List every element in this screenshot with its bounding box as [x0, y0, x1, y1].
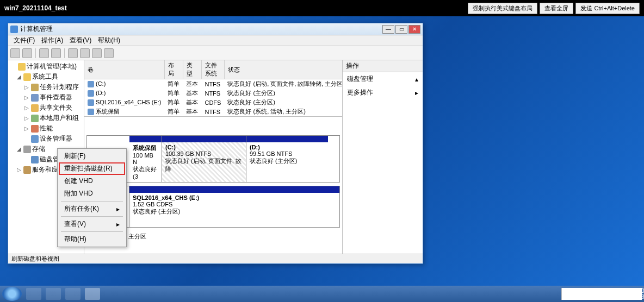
statusbar: 刷新磁盘和卷视图	[8, 254, 423, 263]
app-icon	[10, 26, 18, 33]
tb-icon[interactable]	[39, 48, 49, 58]
titlebar[interactable]: 计算机管理 — ▭ ✕	[8, 23, 423, 35]
col-fs[interactable]: 文件系统	[201, 60, 224, 79]
toolbar	[8, 46, 423, 60]
tree-system-tools[interactable]: ◢系统工具	[9, 72, 83, 82]
tb-icon[interactable]	[92, 48, 102, 58]
fwd-icon[interactable]	[22, 48, 32, 58]
remote-header: win7_20211104_test 强制执行美式键盘布局 查看全屏 发送 Ct…	[0, 0, 644, 16]
col-type[interactable]: 类型	[183, 60, 201, 79]
volume-icon	[88, 99, 94, 106]
chevron-right-icon: ▸	[415, 89, 418, 97]
actions-pane: 操作 磁盘管理▴ 更多操作▸	[342, 60, 423, 254]
volume-icon	[88, 90, 94, 97]
taskbar-chrome-icon[interactable]	[65, 288, 81, 300]
taskbar-explorer-icon[interactable]	[46, 288, 61, 300]
remote-buttons: 强制执行美式键盘布局 查看全屏 发送 Ctrl+Alt+Delete	[468, 3, 640, 14]
ctx-view[interactable]: 查看(V)▸	[59, 218, 125, 230]
start-button[interactable]	[2, 287, 22, 301]
tray-icon[interactable]	[571, 290, 579, 298]
partition-d[interactable]: (D:) 99.51 GB NTFS 状态良好 (主分区)	[246, 136, 328, 182]
tb-icon[interactable]	[51, 48, 61, 58]
tree-event-viewer[interactable]: ▷事件查看器	[9, 92, 83, 103]
actions-header: 操作	[343, 60, 423, 72]
table-row[interactable]: SQL2016_x64_CHS (E:)简单基本CDFS状态良好 (主分区)1.…	[84, 98, 342, 107]
taskbar: 14:20 2021/12/8	[0, 286, 644, 302]
table-row[interactable]: (C:)简单基本NTFS状态良好 (启动, 页面文件, 故障转储, 主分区)10…	[84, 79, 342, 89]
col-layout[interactable]: 布局	[164, 60, 183, 79]
tb-icon[interactable]	[68, 48, 78, 58]
tree-task-scheduler[interactable]: ▷任务计划程序	[9, 82, 83, 92]
actions-more[interactable]: 更多操作▸	[343, 86, 423, 99]
partition-e[interactable]: SQL2016_x64_CHS (E:) 1.52 GB CDFS 状态良好 (…	[129, 186, 339, 227]
tree-perf[interactable]: ▷性能	[9, 123, 83, 134]
tree-users[interactable]: ▷本地用户和组	[9, 113, 83, 123]
back-icon[interactable]	[10, 48, 20, 58]
col-volume[interactable]: 卷	[84, 60, 164, 79]
menu-help[interactable]: 帮助(H)	[95, 36, 123, 45]
chevron-right-icon: ▸	[116, 221, 120, 228]
tray-icon[interactable]	[580, 290, 588, 298]
ctx-all-tasks[interactable]: 所有任务(K)▸	[59, 203, 125, 215]
ctx-create-vhd[interactable]: 创建 VHD	[59, 175, 125, 187]
maximize-button[interactable]: ▭	[395, 25, 407, 34]
actions-group[interactable]: 磁盘管理▴	[343, 72, 423, 86]
ctx-refresh[interactable]: 刷新(F)	[59, 150, 125, 162]
tray-icon[interactable]	[590, 290, 597, 298]
chevron-right-icon: ▸	[116, 205, 120, 213]
volume-icon	[88, 109, 94, 115]
volume-icon	[88, 81, 94, 87]
close-button[interactable]: ✕	[408, 25, 420, 34]
menu-action[interactable]: 操作(A)	[38, 36, 66, 45]
partition-c[interactable]: (C:) 100.39 GB NTFS 状态良好 (启动, 页面文件, 故障	[162, 136, 246, 182]
menu-file[interactable]: 文件(F)	[10, 36, 38, 45]
tb-icon[interactable]	[104, 48, 114, 58]
tray-icon[interactable]	[599, 290, 606, 298]
tray-icon[interactable]	[562, 290, 569, 298]
fullscreen-button[interactable]: 查看全屏	[540, 3, 573, 14]
context-menu: 刷新(F) 重新扫描磁盘(R) 创建 VHD 附加 VHD 所有任务(K)▸ 查…	[57, 148, 127, 247]
partition-system[interactable]: 系统保留 100 MB N 状态良好 (3	[129, 136, 162, 182]
taskbar-compmgmt-icon[interactable]	[85, 288, 100, 300]
tree-devmgr[interactable]: 设备管理器	[9, 134, 83, 144]
tray-icon[interactable]	[608, 290, 616, 298]
ctx-help[interactable]: 帮助(H)	[59, 233, 125, 246]
window-title: 计算机管理	[20, 24, 53, 34]
ctx-attach-vhd[interactable]: 附加 VHD	[59, 187, 125, 200]
remote-title: win7_20211104_test	[4, 4, 67, 12]
table-row[interactable]: (D:)简单基本NTFS状态良好 (主分区)99.51 GB	[84, 89, 342, 98]
ctx-rescan[interactable]: 重新扫描磁盘(R)	[59, 162, 125, 175]
cad-button[interactable]: 发送 Ctrl+Alt+Delete	[575, 3, 640, 14]
taskbar-ie-icon[interactable]	[26, 288, 41, 300]
table-row[interactable]: 系统保留简单基本NTFS状态良好 (系统, 活动, 主分区)100 MB	[84, 107, 342, 116]
tree-shared[interactable]: ▷共享文件夹	[9, 103, 83, 113]
clock[interactable]: 14:20 2021/12/8	[618, 288, 644, 300]
chevron-up-icon: ▴	[415, 76, 418, 83]
system-tray[interactable]	[562, 290, 616, 298]
tb-icon[interactable]	[80, 48, 90, 58]
minimize-button[interactable]: —	[382, 25, 394, 34]
menu-view[interactable]: 查看(V)	[66, 36, 95, 45]
tree-root[interactable]: 计算机管理(本地)	[9, 61, 83, 72]
kbd-layout-button[interactable]: 强制执行美式键盘布局	[468, 3, 537, 14]
volume-table: 卷 布局 类型 文件系统 状态 容量 (C:)简单基本NTFS状态良好 (启动,…	[84, 60, 342, 117]
col-status[interactable]: 状态	[224, 60, 342, 79]
menubar: 文件(F) 操作(A) 查看(V) 帮助(H)	[8, 35, 423, 46]
